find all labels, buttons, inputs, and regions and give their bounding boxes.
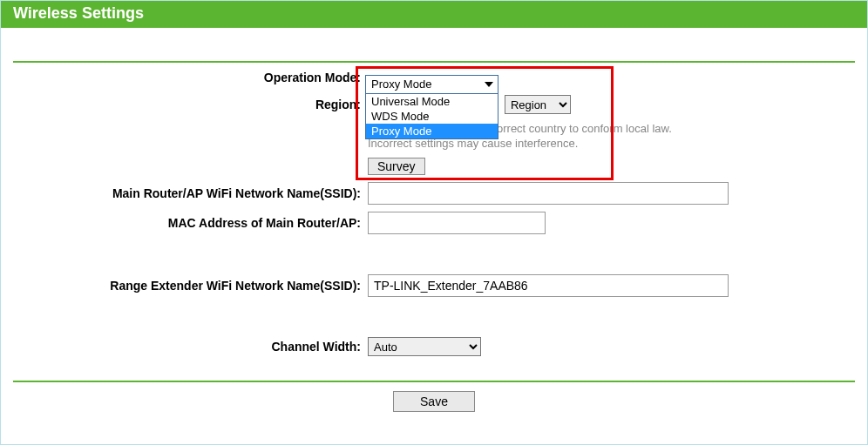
operation-mode-label: Operation Mode: xyxy=(13,63,364,91)
main-mac-input[interactable] xyxy=(368,212,546,234)
region-select[interactable]: Region xyxy=(505,95,571,114)
region-label: Region: xyxy=(13,91,364,118)
main-mac-label: MAC Address of Main Router/AP: xyxy=(13,208,364,238)
channel-width-select[interactable]: Auto xyxy=(368,337,481,356)
ext-ssid-label: Range Extender WiFi Network Name(SSID): xyxy=(13,271,364,300)
main-ssid-label: Main Router/AP WiFi Network Name(SSID): xyxy=(13,179,364,208)
operation-mode-option-proxy[interactable]: Proxy Mode xyxy=(366,124,498,138)
save-button[interactable]: Save xyxy=(393,391,475,412)
operation-mode-option-wds[interactable]: WDS Mode xyxy=(366,109,498,124)
operation-mode-select[interactable]: Proxy Mode xyxy=(365,75,498,94)
survey-button[interactable]: Survey xyxy=(368,158,425,175)
operation-mode-selected: Proxy Mode xyxy=(371,78,431,91)
operation-mode-dropdown[interactable]: Proxy Mode Universal Mode WDS Mode Proxy… xyxy=(365,75,498,139)
operation-mode-options: Universal Mode WDS Mode Proxy Mode xyxy=(365,94,498,139)
svg-marker-0 xyxy=(485,82,493,87)
channel-width-label: Channel Width: xyxy=(13,334,364,360)
main-ssid-input[interactable] xyxy=(368,182,729,205)
operation-mode-option-universal[interactable]: Universal Mode xyxy=(366,94,498,109)
ext-ssid-input[interactable] xyxy=(368,274,729,297)
chevron-down-icon xyxy=(484,79,494,90)
page-title: Wireless Settings xyxy=(1,1,867,28)
